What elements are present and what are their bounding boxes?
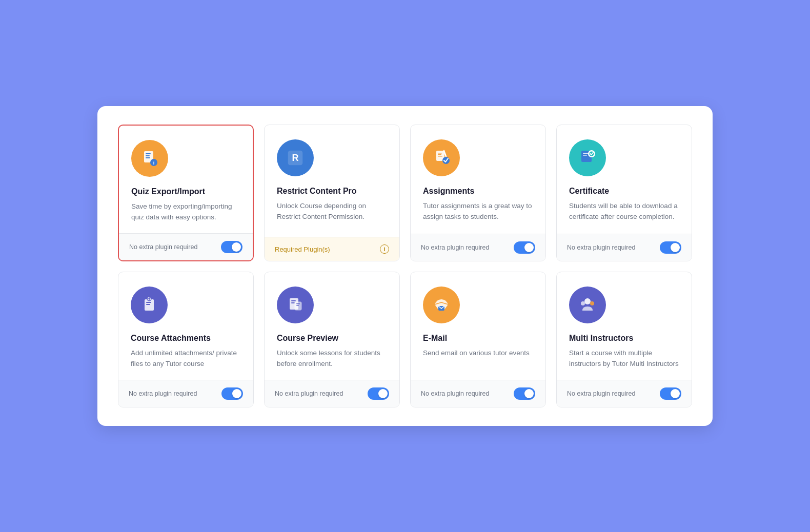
svg-rect-15	[583, 153, 589, 154]
icon-preview	[277, 287, 314, 323]
svg-rect-3	[146, 157, 150, 158]
toggle-email[interactable]	[514, 387, 535, 400]
svg-text:R: R	[292, 153, 299, 163]
card-body-certificate: CertificateStudents will be able to down…	[557, 125, 692, 234]
svg-rect-27	[291, 302, 295, 303]
card-title-course-preview: Course Preview	[277, 334, 387, 343]
main-container: i Quiz Export/ImportSave time by exporti…	[97, 106, 713, 426]
card-restrict-content-pro[interactable]: R Restrict Content ProUnlock Course depe…	[264, 125, 400, 261]
card-footer-restrict-content-pro: Required Plugin(s)i	[265, 237, 399, 261]
card-multi-instructors[interactable]: Multi InstructorsStart a course with mul…	[556, 272, 692, 407]
no-plugin-label-email: No extra plugin required	[421, 390, 489, 397]
card-footer-multi-instructors: No extra plugin required	[557, 380, 692, 407]
svg-rect-2	[146, 155, 150, 156]
card-body-restrict-content-pro: R Restrict Content ProUnlock Course depe…	[265, 125, 399, 237]
card-title-restrict-content-pro: Restrict Content Pro	[277, 187, 387, 196]
icon-attachment	[131, 287, 168, 323]
card-assignments[interactable]: AssignmentsTutor assignments is a great …	[410, 125, 546, 261]
card-certificate[interactable]: CertificateStudents will be able to down…	[556, 125, 692, 261]
card-desc-quiz-export-import: Save time by exporting/importing quiz da…	[131, 201, 240, 223]
no-plugin-label-certificate: No extra plugin required	[567, 244, 635, 251]
card-email[interactable]: E-MailSend email on various tutor events…	[410, 272, 546, 407]
card-footer-quiz-export-import: No extra plugin required	[119, 233, 253, 260]
card-title-email: E-Mail	[423, 334, 533, 343]
icon-quiz: i	[131, 140, 168, 177]
no-plugin-label-assignments: No extra plugin required	[421, 244, 489, 251]
icon-assignment	[423, 139, 460, 176]
card-body-email: E-MailSend email on various tutor events	[411, 272, 545, 380]
svg-rect-26	[291, 300, 296, 301]
svg-rect-20	[146, 302, 151, 303]
card-title-multi-instructors: Multi Instructors	[569, 334, 679, 343]
svg-rect-11	[438, 156, 442, 157]
icon-certificate	[569, 139, 606, 176]
required-plugins-label: Required Plugin(s)	[275, 245, 330, 253]
card-course-preview[interactable]: Course PreviewUnlock some lessons for st…	[264, 272, 400, 407]
card-desc-email: Send email on various tutor events	[423, 348, 533, 359]
svg-point-33	[581, 301, 585, 305]
no-plugin-label-course-attachments: No extra plugin required	[129, 390, 197, 397]
card-desc-multi-instructors: Start a course with multiple instructors…	[569, 348, 679, 370]
toggle-certificate[interactable]	[660, 241, 681, 254]
card-footer-certificate: No extra plugin required	[557, 234, 692, 261]
card-desc-assignments: Tutor assignments is a great way to assi…	[423, 201, 533, 222]
svg-rect-1	[146, 153, 151, 154]
toggle-course-attachments[interactable]	[221, 387, 243, 400]
card-desc-restrict-content-pro: Unlock Course depending on Restrict Cont…	[277, 201, 387, 222]
info-icon[interactable]: i	[380, 244, 389, 254]
svg-rect-29	[296, 303, 300, 304]
svg-rect-28	[295, 302, 301, 310]
svg-point-32	[584, 298, 591, 304]
card-course-attachments[interactable]: Course AttachmentsAdd unlimited attachme…	[118, 272, 254, 407]
card-footer-email: No extra plugin required	[411, 380, 545, 407]
icon-restrict: R	[277, 139, 314, 176]
card-desc-certificate: Students will be able to download a cert…	[569, 201, 679, 222]
svg-rect-21	[146, 304, 150, 305]
no-plugin-label-quiz-export-import: No extra plugin required	[129, 243, 197, 251]
card-title-assignments: Assignments	[423, 187, 533, 196]
svg-rect-10	[438, 154, 441, 155]
svg-point-34	[590, 301, 594, 305]
svg-rect-30	[296, 305, 299, 306]
card-body-course-preview: Course PreviewUnlock some lessons for st…	[265, 272, 399, 380]
icon-email	[423, 287, 460, 323]
card-body-course-attachments: Course AttachmentsAdd unlimited attachme…	[118, 272, 253, 380]
toggle-assignments[interactable]	[514, 241, 535, 254]
card-footer-assignments: No extra plugin required	[411, 234, 545, 261]
card-desc-course-preview: Unlock some lessons for students before …	[277, 348, 387, 370]
toggle-quiz-export-import[interactable]	[221, 241, 242, 253]
card-quiz-export-import[interactable]: i Quiz Export/ImportSave time by exporti…	[118, 125, 254, 261]
card-body-assignments: AssignmentsTutor assignments is a great …	[411, 125, 545, 234]
card-title-quiz-export-import: Quiz Export/Import	[131, 187, 240, 196]
svg-text:i: i	[153, 160, 155, 166]
cards-grid: i Quiz Export/ImportSave time by exporti…	[118, 125, 692, 407]
card-body-multi-instructors: Multi InstructorsStart a course with mul…	[557, 272, 692, 380]
no-plugin-label-multi-instructors: No extra plugin required	[567, 390, 635, 397]
no-plugin-label-course-preview: No extra plugin required	[275, 390, 343, 397]
card-title-certificate: Certificate	[569, 187, 679, 196]
card-footer-course-attachments: No extra plugin required	[118, 380, 253, 407]
toggle-course-preview[interactable]	[368, 387, 389, 400]
svg-rect-16	[583, 155, 587, 156]
card-footer-course-preview: No extra plugin required	[265, 380, 399, 407]
toggle-multi-instructors[interactable]	[660, 387, 681, 400]
card-title-course-attachments: Course Attachments	[131, 334, 241, 343]
card-body-quiz-export-import: i Quiz Export/ImportSave time by exporti…	[119, 126, 253, 233]
card-desc-course-attachments: Add unlimited attachments/ private files…	[131, 348, 241, 370]
svg-rect-9	[438, 153, 442, 154]
icon-instructors	[569, 287, 606, 323]
